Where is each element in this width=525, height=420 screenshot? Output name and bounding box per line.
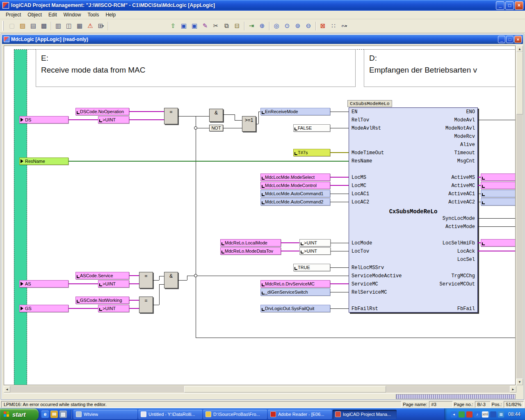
fb-output-activeac1[interactable]: ActiveAC1 <box>448 190 475 198</box>
view-columns-icon[interactable]: ▥ <box>53 21 64 31</box>
grid-icon[interactable]: ∷ <box>328 21 339 31</box>
comment-box-german[interactable]: D: Empfangen der Betriebsarten v <box>364 49 516 87</box>
fb-input-locmode[interactable]: LocMode <box>352 240 372 247</box>
var-box[interactable] <box>481 198 516 205</box>
zoom-selection-icon[interactable]: ⊚ <box>292 21 303 31</box>
view-split-icon[interactable]: ◫ <box>64 21 74 31</box>
menu-object[interactable]: Object <box>24 11 45 18</box>
or-gate[interactable]: >=1 <box>242 116 256 132</box>
var-box[interactable]: MdcReLo.ModeDataTov <box>220 247 281 255</box>
var-box[interactable]: MdcLocMde.ModeControl <box>260 182 330 189</box>
fb-input-rellocmssrv[interactable]: RelLocMSSrv <box>352 264 384 272</box>
open-object-icon[interactable]: ▨ <box>17 21 28 31</box>
fb-output-modercv[interactable]: ModeRcv <box>454 133 475 140</box>
object-properties-icon[interactable]: ▩ <box>39 21 49 31</box>
equals-gate[interactable]: = <box>139 297 153 313</box>
fb-input-fbfailrst[interactable]: FbFailRst <box>352 305 378 313</box>
fb-output-locselhmifb[interactable]: LocSelHmiFb <box>443 240 475 247</box>
var-box[interactable]: T#7s <box>293 149 330 156</box>
signature-icon[interactable]: ✎ <box>200 21 210 31</box>
copy-icon[interactable]: ⧉ <box>221 21 232 31</box>
menu-help[interactable]: Help <box>102 11 119 18</box>
fb-output-locsel[interactable]: LocSel <box>457 256 475 263</box>
minimize-button[interactable]: _ <box>496 1 504 10</box>
connection-mode-icon[interactable]: ∾▾ <box>339 21 349 31</box>
close-button[interactable]: × <box>515 1 523 10</box>
page-overview-strip[interactable] <box>396 394 516 399</box>
scroll-right-icon[interactable]: ► <box>510 386 516 393</box>
show-desktop-icon[interactable]: ▤ <box>59 411 67 418</box>
fb-input-en[interactable]: EN <box>352 108 357 116</box>
menu-tools[interactable]: Tools <box>84 11 102 18</box>
fb-output-timeout[interactable]: Timeout <box>454 149 475 157</box>
import-icon[interactable]: ⇥ <box>246 21 257 31</box>
not-gate[interactable]: NOT <box>209 125 223 131</box>
fb-input-relservicemc[interactable]: RelServiceMC <box>352 289 387 296</box>
input-tag-resname[interactable]: ResName <box>19 158 68 165</box>
function-block-cxsubsmoderelo[interactable]: CxSubsModeReLo ENRelTovModeAvlRstModeTim… <box>349 107 478 313</box>
editor-close-button[interactable]: × <box>514 36 522 43</box>
internet-explorer-icon[interactable]: e <box>41 411 49 418</box>
equals-gate[interactable]: = <box>139 272 153 288</box>
horizontal-scroll-thumb[interactable] <box>184 386 386 393</box>
new-document-icon[interactable]: ▢ <box>7 21 17 31</box>
var-box[interactable] <box>481 182 516 189</box>
xml-icon[interactable]: xml <box>482 411 488 418</box>
fb-output-alive[interactable]: Alive <box>460 141 475 148</box>
editor-titlebar[interactable]: MdcLogic [AppLogic] (read-only) _ □ × <box>2 35 523 44</box>
var-box[interactable]: >UINT <box>299 239 331 247</box>
fb-input-resname[interactable]: ResName <box>352 158 372 165</box>
fb-input-servicemodeactive[interactable]: ServiceModeActive <box>352 272 402 280</box>
fb-input-servicemc[interactable]: ServiceMC <box>352 281 378 288</box>
editor-restore-button[interactable]: □ <box>506 36 514 43</box>
var-box[interactable]: DrvLogicOut.SysFailQuit <box>260 305 330 312</box>
fb-output-servicemcout[interactable]: ServiceMCOut <box>440 281 475 288</box>
horizontal-scrollbar[interactable]: ◄ ► <box>4 386 516 393</box>
maximize-button[interactable]: □ <box>505 1 514 10</box>
menu-edit[interactable]: Edit <box>45 11 60 18</box>
save-icon[interactable]: ▣ <box>178 21 189 31</box>
network-icon[interactable]: ▦ <box>498 411 504 418</box>
input-tag-as[interactable]: AS <box>19 280 68 288</box>
comment-box-english[interactable]: E: Receive mode data from MAC <box>36 49 356 87</box>
var-box[interactable]: _diGenServiceSwitch <box>260 288 330 296</box>
vertical-scroll-thumb[interactable] <box>516 52 523 114</box>
var-box[interactable]: GSCode.NotWorking <box>75 297 129 304</box>
fb-input-locms[interactable]: LocMS <box>352 174 366 181</box>
var-box[interactable]: MdcLocMde.AutoCommand2 <box>260 198 330 205</box>
var-box[interactable]: MdcReLo.LocalMode <box>220 239 281 247</box>
task-button[interactable]: logiCAD Project Mana... <box>333 410 397 419</box>
fb-output-msgcnt[interactable]: MsgCnt <box>457 158 475 165</box>
var-box[interactable]: FALSE <box>293 124 330 132</box>
and-gate[interactable]: & <box>209 109 223 122</box>
zoom-out-icon[interactable]: ⊖ <box>303 21 314 31</box>
fb-input-locmc[interactable]: LocMC <box>352 182 366 189</box>
fb-output-activemc[interactable]: ActiveMC <box>451 182 475 189</box>
fb-output-locack[interactable]: LocAck <box>457 248 475 255</box>
check-in-icon[interactable]: ⇧ <box>168 21 178 31</box>
equals-gate[interactable]: = <box>164 108 178 124</box>
task-button[interactable]: Wtview <box>73 410 137 419</box>
print-icon[interactable]: ▤ <box>28 21 39 31</box>
fb-input-locac1[interactable]: LocAC1 <box>352 190 369 198</box>
var-box[interactable] <box>481 239 516 247</box>
var-box[interactable]: >UINT <box>98 305 129 312</box>
input-tag-ds[interactable]: DS <box>19 116 68 123</box>
var-box[interactable]: EnReceiveMode <box>260 108 330 115</box>
task-button[interactable]: D:\SourceProBas\Fro... <box>203 410 267 419</box>
fb-output-activemode[interactable]: ActiveMode <box>445 223 475 231</box>
fb-output-modeavl[interactable]: ModeAvl <box>454 116 475 124</box>
fb-input-reltov[interactable]: RelTov <box>352 116 369 124</box>
paste-icon[interactable]: ⊟ <box>232 21 242 31</box>
var-box[interactable]: >UINT <box>98 116 129 123</box>
and-gate[interactable]: & <box>164 272 178 288</box>
var-box[interactable]: MdcLocMde.ModeSelect <box>260 173 330 181</box>
vertical-scrollbar[interactable]: ▲ ▼ <box>516 46 523 385</box>
toolbar-handle[interactable] <box>2 21 5 31</box>
volume-icon[interactable]: ♪ <box>474 411 480 418</box>
tray-red-app-icon[interactable] <box>466 411 472 418</box>
fb-input-locac2[interactable]: LocAC2 <box>352 199 369 206</box>
menu-window[interactable]: Window <box>60 11 84 18</box>
scroll-left-icon[interactable]: ◄ <box>4 386 10 393</box>
var-box[interactable]: >UINT <box>98 280 129 288</box>
